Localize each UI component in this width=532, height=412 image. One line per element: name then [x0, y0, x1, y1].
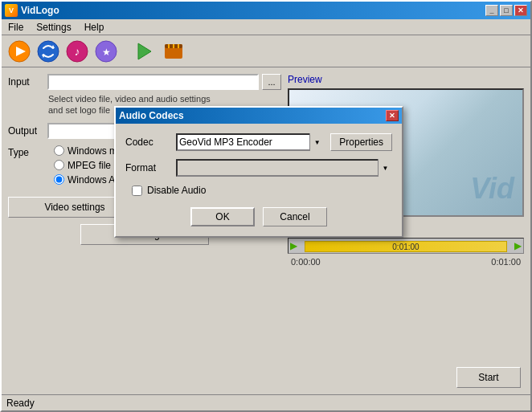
dialog-title: Audio Codecs	[119, 110, 184, 121]
dialog-content: Codec GeoVid MP3 Encoder ▼ Properties Fo…	[116, 124, 402, 236]
disable-audio-label[interactable]: Disable Audio	[147, 185, 206, 196]
audio-codecs-dialog: Audio Codecs ✕ Codec GeoVid MP3 Encoder …	[114, 106, 403, 238]
main-window: V VidLogo _ □ ✕ File Settings Help	[0, 0, 532, 412]
codec-select-wrapper: GeoVid MP3 Encoder ▼	[176, 133, 324, 151]
dialog-cancel-btn[interactable]: Cancel	[263, 207, 327, 226]
dialog-close-btn[interactable]: ✕	[386, 110, 399, 121]
codec-row: Codec GeoVid MP3 Encoder ▼ Properties	[125, 133, 392, 151]
format-label: Format	[125, 162, 170, 173]
dialog-overlay: Audio Codecs ✕ Codec GeoVid MP3 Encoder …	[2, 2, 530, 410]
disable-audio-row: Disable Audio	[132, 185, 392, 196]
disable-audio-checkbox[interactable]	[132, 186, 142, 196]
format-select-wrapper: ▼	[176, 159, 392, 177]
dialog-ok-btn[interactable]: OK	[190, 207, 255, 226]
format-row: Format ▼	[125, 159, 392, 177]
dialog-title-bar: Audio Codecs ✕	[116, 108, 402, 124]
codec-select[interactable]: GeoVid MP3 Encoder	[176, 133, 324, 151]
codec-label: Codec	[125, 137, 170, 148]
format-select[interactable]	[176, 159, 392, 177]
dialog-buttons: OK Cancel	[125, 207, 392, 226]
properties-btn[interactable]: Properties	[330, 133, 392, 151]
